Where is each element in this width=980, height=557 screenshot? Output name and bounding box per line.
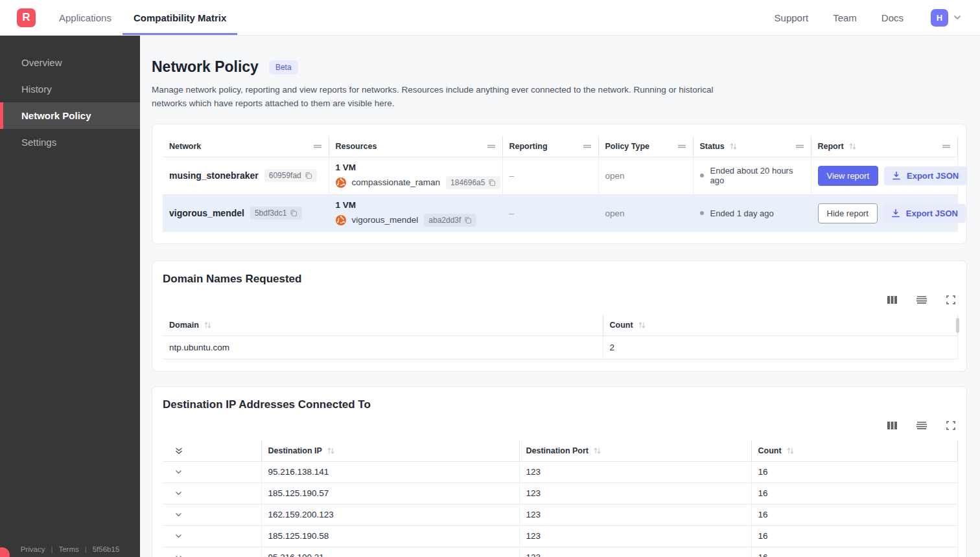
- count-value: 2: [603, 335, 957, 359]
- destination-row[interactable]: 95.216.100.21 123 16: [163, 547, 957, 557]
- network-name: vigorous_mendel: [169, 208, 244, 218]
- col-label: Network: [169, 142, 201, 151]
- copy-icon[interactable]: [290, 209, 298, 217]
- network-row[interactable]: musing_stonebraker 60959fad 1 VM: [163, 157, 957, 194]
- user-menu[interactable]: H: [931, 9, 962, 27]
- export-json-label: Export JSON: [906, 209, 958, 218]
- sort-icon[interactable]: [786, 447, 795, 455]
- sort-icon[interactable]: [729, 142, 738, 150]
- row-expander-icon[interactable]: [174, 532, 255, 540]
- nav-tab-compatibility-matrix[interactable]: Compatibility Matrix: [122, 0, 237, 35]
- destination-ip: 162.159.200.123: [261, 504, 519, 525]
- row-expander-icon[interactable]: [174, 553, 255, 557]
- page-title: Network Policy: [152, 58, 259, 76]
- reporting-value: –: [502, 194, 598, 232]
- row-expander-icon[interactable]: [174, 489, 255, 497]
- columns-icon[interactable]: [887, 295, 898, 305]
- sidebar-item-overview[interactable]: Overview: [0, 49, 140, 76]
- destination-row[interactable]: 162.159.200.123 123 16: [163, 504, 957, 525]
- row-expander-icon[interactable]: [174, 510, 255, 519]
- destination-row[interactable]: 95.216.138.141 123 16: [163, 461, 957, 483]
- nav-link-team[interactable]: Team: [833, 12, 857, 23]
- column-resize-handle-icon[interactable]: [482, 143, 496, 150]
- networks-table: Network Resources: [163, 136, 958, 232]
- column-resize-handle-icon[interactable]: [790, 143, 804, 150]
- export-json-button[interactable]: Export JSON: [883, 204, 966, 223]
- sort-icon[interactable]: [593, 447, 601, 455]
- col-header-resources: Resources: [329, 136, 502, 157]
- destination-port: 123: [519, 504, 751, 525]
- avatar[interactable]: H: [931, 9, 948, 27]
- sidebar-item-settings[interactable]: Settings: [0, 129, 140, 155]
- fullscreen-icon[interactable]: [946, 420, 956, 431]
- sort-icon[interactable]: [848, 142, 857, 150]
- copy-icon[interactable]: [305, 172, 312, 179]
- sort-icon[interactable]: [204, 321, 212, 329]
- resource-hash-badge[interactable]: 184696a5: [446, 176, 500, 189]
- app-logo[interactable]: R: [17, 8, 36, 27]
- row-expander-icon[interactable]: [174, 468, 255, 476]
- nav-tab-applications[interactable]: Applications: [48, 0, 122, 35]
- col-label: Status: [700, 142, 725, 151]
- hash-text: 184696a5: [450, 178, 485, 187]
- count-value: 16: [751, 483, 957, 504]
- sort-icon[interactable]: [638, 321, 646, 329]
- column-resize-handle-icon[interactable]: [672, 143, 686, 150]
- sidebar-footer: Privacy | Terms | 5f56b15: [0, 545, 140, 553]
- rows-icon[interactable]: [916, 420, 928, 431]
- expand-all-icon[interactable]: [174, 446, 255, 455]
- destination-row[interactable]: 185.125.190.58 123 16: [163, 525, 957, 547]
- rows-icon[interactable]: [916, 295, 928, 305]
- count-value: 16: [751, 525, 957, 547]
- export-json-button[interactable]: Export JSON: [884, 166, 966, 185]
- destinations-table: Destination IP Destination Port: [163, 440, 958, 557]
- card-toolbar: [163, 420, 956, 431]
- download-icon: [892, 171, 901, 180]
- network-name: musing_stonebraker: [169, 170, 259, 181]
- view-report-button[interactable]: View report: [818, 166, 879, 186]
- privacy-link[interactable]: Privacy: [21, 545, 45, 553]
- hash-text: aba2dd3f: [428, 216, 461, 225]
- destination-ip: 95.216.138.141: [261, 461, 519, 483]
- col-header-count: Count: [751, 440, 957, 462]
- policy-type-value: open: [598, 194, 693, 232]
- destination-port: 123: [519, 525, 751, 547]
- table-scrollbar-thumb[interactable]: [956, 318, 959, 333]
- columns-icon[interactable]: [887, 420, 898, 431]
- nav-link-support[interactable]: Support: [775, 12, 809, 23]
- sort-icon[interactable]: [327, 447, 335, 455]
- copy-icon[interactable]: [464, 216, 472, 224]
- destination-ip: 95.216.100.21: [261, 547, 519, 557]
- copy-icon[interactable]: [488, 179, 496, 187]
- col-label: Count: [610, 321, 633, 330]
- nav-link-docs[interactable]: Docs: [881, 12, 904, 23]
- network-hash-badge[interactable]: 5bdf3dc1: [250, 207, 302, 220]
- vm-count: 1 VM: [336, 163, 496, 172]
- hash-text: 60959fad: [269, 171, 301, 180]
- network-row[interactable]: vigorous_mendel 5bdf3dc1 1 VM: [163, 194, 957, 232]
- version-label: 5f56b15: [93, 545, 120, 553]
- terms-link[interactable]: Terms: [58, 545, 78, 553]
- main-content: Network Policy Beta Manage network polic…: [140, 36, 980, 557]
- network-hash-badge[interactable]: 60959fad: [264, 169, 317, 182]
- destination-port: 123: [519, 483, 751, 504]
- ubuntu-icon: [336, 215, 346, 225]
- hash-text: 5bdf3dc1: [255, 209, 286, 218]
- sidebar-item-network-policy[interactable]: Network Policy: [0, 102, 140, 129]
- fullscreen-icon[interactable]: [946, 295, 956, 305]
- col-label: Count: [758, 446, 782, 455]
- sidebar-item-history[interactable]: History: [0, 76, 140, 102]
- page-description: Manage network policy, reporting and vie…: [152, 84, 725, 111]
- column-resize-handle-icon[interactable]: [937, 143, 951, 150]
- column-resize-handle-icon[interactable]: [308, 143, 322, 150]
- col-header-count: Count: [603, 315, 957, 336]
- chevron-down-icon[interactable]: [953, 13, 962, 22]
- col-header-destination-port: Destination Port: [519, 440, 751, 462]
- resource-hash-badge[interactable]: aba2dd3f: [424, 214, 476, 227]
- column-resize-handle-icon[interactable]: [578, 143, 592, 150]
- beta-badge: Beta: [269, 60, 298, 74]
- hide-report-button[interactable]: Hide report: [818, 203, 878, 223]
- domain-row[interactable]: ntp.ubuntu.com 2: [163, 335, 957, 359]
- col-label: Report: [818, 142, 844, 151]
- destination-row[interactable]: 185.125.190.57 123 16: [163, 483, 957, 504]
